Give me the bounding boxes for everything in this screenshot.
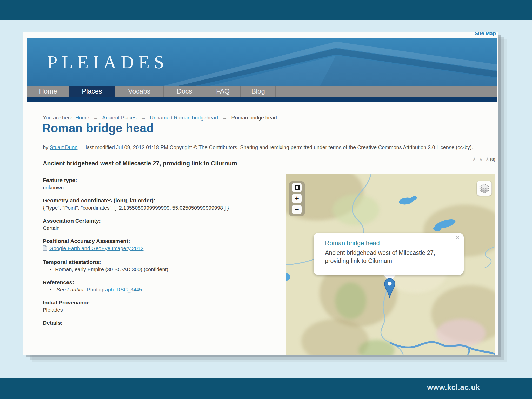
field-label: Initial Provenance: [43,299,271,306]
field-value: Pleiades [43,306,271,314]
field-details: Details: [43,319,271,327]
reference-item: See Further: Photograph: DSC_3445 [43,286,271,293]
nav-underline-strip [27,97,497,102]
breadcrumb-link-home[interactable]: Home [75,115,89,121]
breadcrumb-prefix: You are here: [43,115,74,121]
field-value: Certain [43,224,271,232]
browser-page: Site Map PLEIADES Home Places Vocabs Doc… [23,32,498,355]
field-label: Geometry and coordinates (long, lat orde… [43,197,271,204]
breadcrumb-arrow-icon: → [138,115,148,121]
rating-stars[interactable]: ★ ★ ★ [472,157,490,162]
reference-type: See Further: [57,287,85,292]
breadcrumb-arrow-icon: → [220,115,230,121]
author-link[interactable]: Stuart Dunn [50,144,78,150]
byline-by: by [43,144,48,150]
nav-tab-home[interactable]: Home [27,86,69,97]
nav-tab-blog[interactable]: Blog [241,86,276,97]
footer-url: www.kcl.ac.uk [427,383,480,392]
slide-top-bar [0,0,532,20]
pleiades-logo: PLEIADES [47,52,169,73]
breadcrumb-link-unnamed-bridgehead[interactable]: Unnamed Roman bridgehead [150,115,218,121]
pediment-photo [154,38,497,86]
place-details: Feature type: unknown Geometry and coord… [43,177,271,332]
field-temporal-attestations: Temporal attestations: Roman, early Empi… [43,258,271,273]
page-title: Roman bridge head [42,121,154,135]
field-value: unknown [43,184,271,191]
zoom-in-button[interactable]: + [292,194,302,203]
field-positional-accuracy: Positional Accuracy Assessment: Google E… [43,237,271,253]
temporal-item: Roman, early Empire (30 BC-AD 300) (conf… [43,266,271,273]
field-label: References: [43,279,271,286]
field-feature-type: Feature type: unknown [43,177,271,191]
close-icon[interactable]: × [455,234,460,241]
field-references: References: See Further: Photograph: DSC… [43,279,271,293]
breadcrumb-arrow-icon: → [91,115,101,121]
popup-place-link[interactable]: Roman bridge head [325,240,380,247]
map-popup: × Roman bridge head Ancient bridgehead w… [314,233,464,275]
popup-description: Ancient bridgehead west of Milecastle 27… [325,249,450,265]
site-map-link[interactable]: Site Map [475,32,496,36]
field-value: { "type": "Point", "coordinates": [ -2.1… [43,204,271,211]
field-initial-provenance: Initial Provenance: Pleiades [43,299,271,314]
rating-widget[interactable]: ★ ★ ★(0) [472,156,495,162]
reference-link[interactable]: Photograph: DSC_3445 [87,287,142,292]
breadcrumb-current: Roman bridge head [231,115,277,121]
slide-bottom-bar: www.kcl.ac.uk [0,378,532,399]
field-label: Details: [43,319,271,327]
zoom-extent-icon [295,185,300,190]
presentation-slide: Site Map PLEIADES Home Places Vocabs Doc… [0,0,532,399]
breadcrumb-link-ancient-places[interactable]: Ancient Places [102,115,136,121]
location-map[interactable]: + − × Roman bridge head Ancient bridgehe… [286,174,495,355]
rating-count: (0) [490,157,495,162]
layers-icon [478,183,490,194]
field-label: Feature type: [43,177,271,184]
place-summary: Ancient bridgehead west of Milecastle 27… [43,160,237,167]
zoom-out-button[interactable]: − [292,205,302,214]
zoom-extent-button[interactable] [292,183,302,192]
document-icon [43,245,47,253]
map-marker-pin[interactable] [384,278,395,299]
field-label: Association Certainty: [43,217,271,224]
field-label: Positional Accuracy Assessment: [43,237,271,245]
breadcrumb: You are here: Home → Ancient Places → Un… [43,115,277,121]
main-nav: Home Places Vocabs Docs FAQ Blog [27,86,497,97]
nav-tabs: Home Places Vocabs Docs FAQ Blog [27,86,276,97]
byline-meta: — last modified Jul 09, 2012 01:18 PM Co… [79,144,473,150]
field-geometry: Geometry and coordinates (long, lat orde… [43,197,271,211]
nav-tab-docs[interactable]: Docs [164,86,205,97]
field-association-certainty: Association Certainty: Certain [43,217,271,232]
layers-button[interactable] [477,181,492,196]
map-zoom-controls: + − [289,181,305,216]
byline: by Stuart Dunn — last modified Jul 09, 2… [43,144,495,150]
positional-accuracy-link[interactable]: Google Earth and GeoEye Imagery 2012 [49,245,143,251]
nav-tab-vocabs[interactable]: Vocabs [115,86,164,97]
field-label: Temporal attestations: [43,258,271,266]
nav-tab-faq[interactable]: FAQ [205,86,241,97]
site-masthead: PLEIADES [27,38,497,86]
